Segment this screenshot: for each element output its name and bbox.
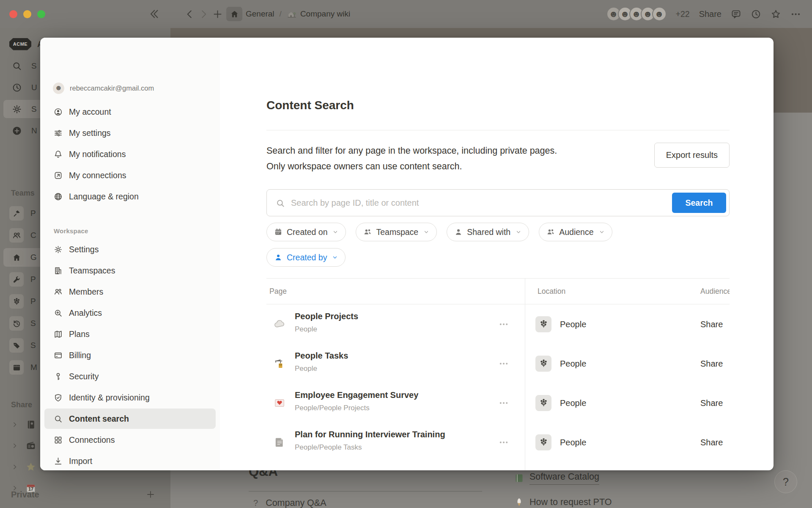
help-button[interactable]: ? (774, 470, 797, 493)
settings-nav-icon (54, 330, 63, 339)
page-emoji-icon (25, 419, 36, 430)
search-button[interactable]: Search (672, 193, 726, 213)
chevron-down-icon (332, 254, 338, 260)
page-title: Content Search (266, 99, 354, 112)
search-input[interactable] (267, 190, 729, 216)
avatar-stack[interactable]: ☻ ☻ ☻ ☻ ☻ (606, 7, 667, 21)
column-header-audience: Audience (700, 287, 730, 296)
settings-nav-item[interactable]: Members (40, 281, 220, 302)
table-row[interactable]: Plan for Running Interviewer Training Pe… (266, 422, 730, 462)
teamspace-flower-icon (539, 437, 549, 447)
breadcrumb-page[interactable]: Company wiki (300, 9, 350, 19)
request-pto-link[interactable]: How to request PTO (514, 497, 612, 508)
more-options-icon[interactable] (790, 9, 801, 19)
settings-nav-item[interactable]: My notifications (40, 144, 220, 165)
page-icon (274, 397, 285, 409)
filter-chip[interactable]: Created on (266, 223, 346, 241)
filter-chip[interactable]: Audience (539, 223, 612, 241)
page-title-cell[interactable]: Employee Engagement Survey (295, 390, 418, 400)
settings-nav-item[interactable]: Plans (40, 323, 220, 345)
settings-nav-item[interactable]: My account (40, 101, 220, 122)
settings-nav-item[interactable]: Teamspaces (40, 260, 220, 281)
history-clock-icon[interactable] (751, 9, 761, 19)
sidebar-item-icon (12, 61, 22, 71)
chevron-right-icon[interactable] (11, 442, 19, 450)
settings-nav-item[interactable]: My settings (40, 122, 220, 144)
share-button[interactable]: Share (699, 9, 721, 19)
row-menu-icon[interactable] (497, 398, 511, 408)
settings-nav-label: Content search (69, 414, 129, 424)
export-results-button[interactable]: Export results (654, 143, 730, 168)
nav-forward-icon[interactable] (198, 9, 209, 19)
window-topbar: General / Company wiki ☻ ☻ ☻ ☻ ☻ +22 Sha… (0, 0, 812, 28)
page-title-cell[interactable]: People Tasks (295, 351, 348, 361)
chevron-right-icon[interactable] (11, 421, 19, 428)
page-title-cell[interactable]: People Projects (295, 312, 358, 321)
traffic-lights[interactable] (9, 10, 45, 18)
workspace-section-label: Workspace (40, 227, 220, 235)
breadcrumb-home-chip[interactable] (226, 7, 242, 21)
table-row[interactable]: Run interviewer training session People/… (266, 462, 730, 470)
private-section-row[interactable]: Private (0, 483, 170, 506)
settings-nav-icon (54, 108, 63, 116)
favorite-star-icon[interactable] (771, 9, 781, 19)
breadcrumb-root[interactable]: General (246, 9, 274, 19)
settings-nav-item[interactable]: Analytics (40, 302, 220, 323)
teamspace-label: S (30, 319, 36, 328)
location-cell: People (560, 359, 586, 368)
teamspace-icon (12, 275, 21, 284)
table-row[interactable]: People Projects People People Share (266, 304, 730, 344)
page-icon (274, 358, 285, 370)
settings-nav-item[interactable]: My connections (40, 165, 220, 186)
software-catalog-link[interactable]: Software Catalog (514, 472, 599, 485)
add-private-page-icon[interactable] (146, 490, 155, 499)
filter-chip-created-by[interactable]: Created by (266, 248, 346, 267)
row-menu-icon[interactable] (497, 319, 511, 329)
minimize-window-button[interactable] (23, 10, 31, 18)
sidebar-item-label: U (31, 83, 37, 92)
settings-nav-label: Billing (69, 351, 91, 360)
account-row: ☻ rebeccamcakir@gmail.com (40, 80, 220, 96)
close-window-button[interactable] (9, 10, 17, 18)
teamspace-flower-icon (539, 359, 549, 368)
settings-nav-icon (54, 372, 63, 381)
settings-nav-item[interactable]: Billing (40, 345, 220, 366)
settings-nav-item[interactable]: Language & region (40, 186, 220, 207)
filter-chip[interactable]: Shared with (447, 223, 529, 241)
settings-nav-item[interactable]: Security (40, 366, 220, 387)
page-path-cell: People (295, 364, 317, 373)
settings-nav-item[interactable]: Import (40, 450, 220, 470)
comments-icon[interactable] (731, 9, 741, 19)
ice-cream-icon (514, 497, 524, 508)
chevron-right-icon[interactable] (11, 463, 19, 471)
nav-back-icon[interactable] (184, 9, 195, 19)
filter-chip-label: Shared with (467, 227, 510, 237)
settings-nav-icon (54, 393, 63, 402)
page-title-cell[interactable]: Plan for Running Interviewer Training (295, 430, 445, 439)
filter-chip[interactable]: Teamspace (356, 223, 437, 241)
settings-nav-item[interactable]: Identity & provisioning (40, 387, 220, 408)
row-menu-icon[interactable] (497, 437, 511, 447)
location-cell: People (560, 398, 586, 408)
settings-nav-item[interactable]: Connections (40, 429, 220, 450)
settings-nav-item[interactable]: Settings (40, 239, 220, 260)
new-tab-icon[interactable] (212, 9, 223, 19)
page-path-cell: People/People Tasks (295, 443, 362, 452)
table-row[interactable]: Employee Engagement Survey People/People… (266, 383, 730, 422)
teamspace-icon (12, 363, 21, 372)
avatar-overflow-count[interactable]: +22 (676, 9, 690, 19)
settings-nav-item[interactable]: Content search (44, 409, 216, 429)
settings-nav-label: My connections (69, 171, 126, 180)
settings-nav-label: My account (69, 107, 111, 117)
settings-nav-label: Analytics (69, 308, 102, 318)
row-menu-icon[interactable] (497, 359, 511, 369)
sidebar-collapse-icon[interactable] (148, 8, 160, 20)
audience-cell: Share (700, 398, 723, 408)
page-path-cell: People (295, 325, 317, 334)
title-divider (266, 130, 730, 130)
page-title-cell[interactable]: Run interviewer training session (295, 469, 425, 470)
table-row[interactable]: People Tasks People People Share (266, 344, 730, 383)
avatar[interactable]: ☻ (652, 7, 667, 21)
company-qa-link[interactable]: ? Company Q&A (253, 498, 326, 508)
zoom-window-button[interactable] (37, 10, 45, 18)
